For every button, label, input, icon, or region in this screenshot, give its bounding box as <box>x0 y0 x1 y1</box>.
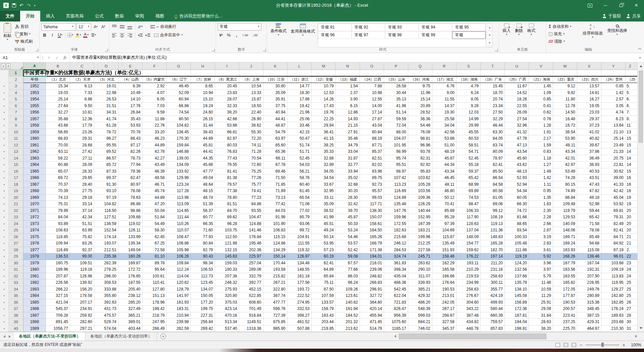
cell[interactable]: 54.79 <box>263 129 287 136</box>
cell[interactable]: 3.05 <box>601 103 626 109</box>
cell[interactable]: 158.79 <box>312 306 336 312</box>
cell[interactable]: 15.34 <box>46 83 70 90</box>
cell[interactable]: 180.33 <box>215 266 239 273</box>
cell[interactable]: 33.11 <box>312 194 336 201</box>
cell-year[interactable]: 1975 <box>23 234 46 240</box>
cell[interactable]: 78.08 <box>577 227 601 234</box>
cell[interactable]: 138.59 <box>94 221 118 227</box>
row-header-36[interactable]: 36 <box>9 299 23 306</box>
cell[interactable]: 85.79 <box>287 214 312 221</box>
cell[interactable] <box>553 70 577 76</box>
cell-partial[interactable]: 22 <box>626 253 637 260</box>
cell[interactable]: 38.43 <box>191 129 215 136</box>
outline-level-2-button[interactable]: 2 <box>6 63 10 69</box>
cell[interactable]: 165.82 <box>553 279 577 286</box>
cell[interactable]: 82.41 <box>601 227 626 234</box>
cell[interactable]: 45.04 <box>601 194 626 201</box>
cell[interactable]: 69.89 <box>457 188 481 194</box>
cell[interactable]: 86.84 <box>553 194 577 201</box>
cell[interactable]: 42.97 <box>553 162 577 168</box>
cell[interactable]: 247.95 <box>143 319 167 325</box>
cell[interactable]: 138.30 <box>360 208 384 214</box>
cell[interactable]: 59.22 <box>46 155 70 162</box>
cell[interactable]: 1165.17 <box>384 325 408 332</box>
cell[interactable]: 116.69 <box>384 188 408 194</box>
cell[interactable]: 74.54 <box>167 109 191 116</box>
cell[interactable]: 38.52 <box>312 208 336 214</box>
cell[interactable]: 84.58 <box>481 181 505 188</box>
row-header-33[interactable]: 33 <box>9 279 23 286</box>
cell[interactable]: 23.03 <box>577 109 601 116</box>
cell[interactable]: 114.04 <box>167 273 191 280</box>
cell[interactable]: 10.49 <box>118 90 143 96</box>
cell[interactable]: 1.11 <box>529 181 553 188</box>
tab-插入[interactable]: 插入 <box>40 11 60 21</box>
cell[interactable]: 90.43 <box>191 253 215 260</box>
row-header-38[interactable]: 38 <box>9 312 23 319</box>
cell[interactable]: 60.05 <box>505 194 529 201</box>
cell[interactable]: 13.57 <box>577 83 601 90</box>
dialog-launcher-icon[interactable] <box>36 49 38 51</box>
cell[interactable]: 148.06 <box>553 227 577 234</box>
scroll-up-icon[interactable] <box>640 65 642 67</box>
header-province[interactable]: （15）山东 <box>384 77 408 83</box>
cell[interactable]: 177.87 <box>553 293 577 299</box>
column-header-J[interactable]: J <box>239 62 263 70</box>
cell[interactable]: 129.53 <box>553 214 577 221</box>
cell-partial[interactable]: 16 <box>626 188 637 194</box>
cell[interactable]: 106.33 <box>457 208 481 214</box>
cell[interactable]: 0.85 <box>529 96 553 103</box>
cell[interactable]: 134.09 <box>167 162 191 168</box>
cell[interactable]: 27.50 <box>481 109 505 116</box>
cell[interactable]: 30.44 <box>384 90 408 96</box>
cell[interactable]: 28.40 <box>70 181 94 188</box>
cell-partial[interactable]: 20 <box>626 221 637 227</box>
cell-partial[interactable]: 15 <box>626 135 637 142</box>
cell[interactable]: 32.96 <box>505 122 529 129</box>
cell[interactable]: 27.75 <box>70 188 94 194</box>
cell[interactable]: 162.29 <box>432 260 457 267</box>
cell-year[interactable]: 1988 <box>23 319 46 325</box>
cell[interactable]: 548.39 <box>408 306 432 312</box>
cell[interactable]: 403.44 <box>118 325 143 332</box>
cell[interactable]: 119.13 <box>481 221 505 227</box>
row-header-9[interactable]: 9 <box>9 122 23 129</box>
cell[interactable]: 46.44 <box>481 122 505 129</box>
cell[interactable]: 107.59 <box>312 293 336 299</box>
cell-year[interactable]: 1978 <box>23 253 46 260</box>
cell[interactable]: 99.00 <box>70 253 94 260</box>
cell[interactable]: 76.83 <box>215 148 239 155</box>
autosum-button[interactable]: Σ自动求和▾ <box>548 23 580 30</box>
cell[interactable]: 219.53 <box>457 273 481 280</box>
cell[interactable]: 183.21 <box>408 227 432 234</box>
cell[interactable]: 41.74 <box>94 116 118 123</box>
cell[interactable]: 118.85 <box>46 234 70 240</box>
cell[interactable]: 98.34 <box>191 260 215 267</box>
cell[interactable]: 514.79 <box>360 325 384 332</box>
cell-partial[interactable]: 25 <box>626 279 637 286</box>
cell[interactable]: 64.89 <box>312 266 336 273</box>
merge-center-button[interactable]: ↔ 合并后居中 ▾ <box>153 32 184 39</box>
cell[interactable]: 75.77 <box>239 181 263 188</box>
number-format-combo[interactable]: 常规▾ <box>218 23 261 31</box>
cell-partial[interactable]: 28 <box>626 312 637 319</box>
cell[interactable]: 9.28 <box>457 103 481 109</box>
cell[interactable]: 3.90 <box>336 96 360 103</box>
outline-dot-icon[interactable] <box>4 315 5 316</box>
cell-year[interactable]: 1965 <box>23 168 46 175</box>
cell[interactable]: 398.27 <box>287 312 312 319</box>
cell[interactable]: 111.55 <box>287 240 312 247</box>
cell-partial[interactable]: 27 <box>626 306 637 312</box>
header-province[interactable]: （2）天津 <box>70 77 94 83</box>
cell[interactable]: 45.55 <box>457 129 481 136</box>
cell[interactable]: 108.63 <box>46 227 70 234</box>
cell[interactable]: 36.93 <box>577 162 601 168</box>
cell[interactable]: 127.51 <box>94 214 118 221</box>
cell[interactable]: 65.42 <box>577 214 601 221</box>
cell[interactable]: 80.84 <box>191 240 215 247</box>
cell[interactable]: 123.45 <box>191 279 215 286</box>
cell[interactable]: 85.50 <box>481 168 505 175</box>
find-select-button[interactable]: 查找和选择 ▾ <box>605 23 629 47</box>
cell[interactable]: 22.98 <box>94 90 118 96</box>
cell-partial[interactable]: 16 <box>626 181 637 188</box>
